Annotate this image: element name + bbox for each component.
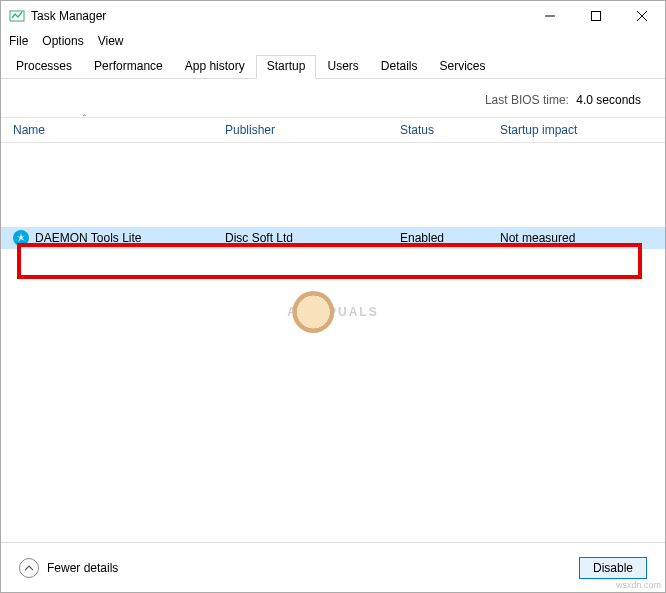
cell-name: DAEMON Tools Lite [35,231,141,245]
bios-time-label: Last BIOS time: [485,93,569,107]
cell-status: Enabled [400,231,500,245]
column-headers: Name ˆ Publisher Status Startup impact [1,117,665,143]
chevron-up-icon [19,558,39,578]
minimize-button[interactable] [527,1,573,31]
titlebar: Task Manager [1,1,665,31]
tab-users[interactable]: Users [316,55,369,78]
menu-options[interactable]: Options [42,34,83,48]
tab-details[interactable]: Details [370,55,429,78]
table-row[interactable]: DAEMON Tools Lite Disc Soft Ltd Enabled … [1,227,665,249]
tabs: Processes Performance App history Startu… [1,55,665,79]
cell-publisher: Disc Soft Ltd [225,231,400,245]
disable-button[interactable]: Disable [579,557,647,579]
bios-time-value: 4.0 seconds [576,93,641,107]
tab-services[interactable]: Services [429,55,497,78]
menu-view[interactable]: View [98,34,124,48]
header-publisher[interactable]: Publisher [225,123,400,137]
menu-file[interactable]: File [9,34,28,48]
startup-list: DAEMON Tools Lite Disc Soft Ltd Enabled … [1,143,665,463]
window-controls [527,1,665,31]
header-name[interactable]: Name ˆ [13,123,225,137]
header-status[interactable]: Status [400,123,500,137]
attribution: wsxdn.com [616,580,661,590]
bios-time-line: Last BIOS time: 4.0 seconds [1,79,665,117]
fewer-details-label: Fewer details [47,561,118,575]
cell-impact: Not measured [500,231,665,245]
menubar: File Options View [1,31,665,51]
daemon-tools-icon [13,230,29,246]
close-button[interactable] [619,1,665,31]
header-startup-impact[interactable]: Startup impact [500,123,665,137]
window-title: Task Manager [31,9,527,23]
tab-performance[interactable]: Performance [83,55,174,78]
footer: Fewer details Disable [1,542,665,592]
task-manager-icon [9,8,25,24]
svg-rect-2 [592,12,601,21]
maximize-button[interactable] [573,1,619,31]
fewer-details-toggle[interactable]: Fewer details [19,558,118,578]
tab-startup[interactable]: Startup [256,55,317,79]
header-name-label: Name [13,123,45,137]
tab-processes[interactable]: Processes [5,55,83,78]
tab-app-history[interactable]: App history [174,55,256,78]
sort-ascending-icon: ˆ [83,113,86,123]
